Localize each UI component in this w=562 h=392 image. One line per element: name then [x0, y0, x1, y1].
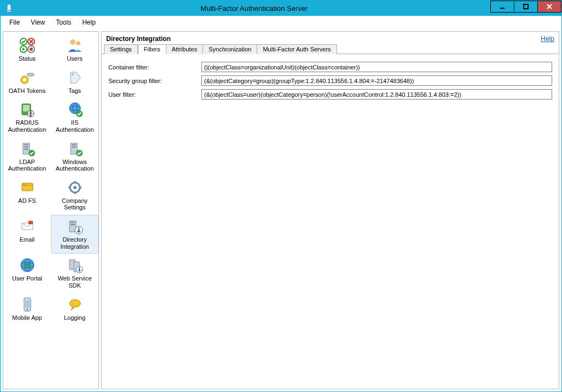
- sidebar-item-mobile-app[interactable]: Mobile App: [3, 293, 51, 325]
- tab-settings[interactable]: Settings: [104, 44, 138, 54]
- svg-point-22: [72, 73, 73, 75]
- status-icon: [19, 37, 36, 54]
- svg-point-48: [73, 186, 77, 189]
- svg-point-17: [70, 39, 76, 45]
- sidebar-item-user-portal[interactable]: User Portal: [3, 254, 51, 292]
- logging-icon: [66, 296, 84, 313]
- svg-point-16: [30, 48, 33, 51]
- help-link[interactable]: Help: [541, 35, 554, 43]
- sidebar-item-windows-auth[interactable]: Windows Authentication: [51, 137, 99, 176]
- main-panel: Directory Integration Help Settings Filt…: [101, 31, 559, 389]
- company-settings-icon: [66, 179, 84, 196]
- sidebar-item-oath-tokens[interactable]: OATH Tokens: [3, 66, 51, 98]
- tabbar: Settings Filters Attributes Synchronizat…: [102, 44, 559, 54]
- client-area: Status Users: [1, 29, 561, 391]
- directory-integration-icon: [66, 218, 84, 235]
- tab-mfa-servers[interactable]: Multi-Factor Auth Servers: [257, 44, 337, 54]
- iis-icon: [66, 101, 84, 118]
- svg-point-20: [23, 78, 26, 81]
- sidebar-item-adfs[interactable]: AD FS: [3, 176, 51, 215]
- sidebar-item-label: Company Settings: [53, 197, 97, 211]
- svg-rect-33: [24, 144, 28, 145]
- svg-rect-65: [25, 300, 30, 308]
- sidebar-item-directory-integration[interactable]: Directory Integration: [51, 215, 99, 254]
- user-filter-row: User filter:: [108, 89, 552, 100]
- adfs-icon: [19, 179, 36, 196]
- svg-rect-53: [71, 224, 75, 225]
- svg-rect-52: [71, 222, 75, 223]
- security-group-filter-label: Security group filter:: [108, 78, 201, 84]
- svg-rect-34: [24, 147, 28, 148]
- svg-rect-35: [24, 149, 28, 150]
- tags-icon: [66, 69, 84, 86]
- sidebar-item-logging[interactable]: Logging: [51, 293, 99, 325]
- sidebar-item-radius[interactable]: RADIUS Authentication: [3, 98, 51, 137]
- svg-rect-4: [524, 4, 528, 9]
- menu-tools[interactable]: Tools: [50, 17, 77, 27]
- menu-file[interactable]: File: [4, 17, 25, 27]
- sidebar-item-label: Directory Integration: [53, 236, 97, 250]
- mobile-app-icon: [19, 296, 36, 313]
- container-filter-input[interactable]: [201, 62, 552, 72]
- maximize-button[interactable]: [514, 1, 538, 13]
- menu-view[interactable]: View: [25, 17, 50, 27]
- container-filter-label: Container filter:: [108, 64, 201, 71]
- svg-point-67: [69, 300, 80, 307]
- titlebar: Multi-Factor Authentication Server: [1, 1, 561, 16]
- sidebar-item-label: Logging: [64, 314, 85, 321]
- sidebar-item-label: Email: [20, 236, 35, 243]
- sidebar-item-tags[interactable]: Tags: [51, 66, 99, 98]
- security-group-filter-input[interactable]: [201, 75, 552, 86]
- svg-rect-24: [23, 105, 30, 112]
- svg-rect-50: [28, 221, 33, 224]
- minimize-button[interactable]: [490, 1, 514, 13]
- svg-rect-38: [72, 144, 76, 145]
- ldap-icon: [19, 140, 36, 157]
- user-portal-icon: [19, 256, 36, 274]
- sidebar-item-users[interactable]: Users: [51, 34, 99, 66]
- menu-help[interactable]: Help: [77, 17, 101, 27]
- tab-filters[interactable]: Filters: [138, 44, 166, 54]
- sidebar-item-label: User Portal: [12, 275, 42, 282]
- tab-synchronization[interactable]: Synchronization: [203, 44, 257, 54]
- sidebar-item-ldap[interactable]: LDAP Authentication: [3, 137, 51, 176]
- sidebar-item-label: RADIUS Authentication: [5, 119, 49, 133]
- main-header: Directory Integration Help: [102, 32, 559, 45]
- sidebar-item-email[interactable]: Email: [3, 215, 51, 254]
- sidebar-item-iis[interactable]: IIS Authentication: [51, 98, 99, 137]
- windows-auth-icon: [66, 140, 84, 157]
- app-window: Multi-Factor Authentication Server File …: [0, 0, 562, 392]
- user-filter-label: User filter:: [108, 91, 201, 98]
- sidebar-item-company-settings[interactable]: Company Settings: [51, 176, 99, 215]
- sidebar-item-label: OATH Tokens: [9, 87, 45, 95]
- sidebar: Status Users: [3, 31, 99, 389]
- close-button[interactable]: [537, 1, 561, 13]
- svg-rect-39: [72, 147, 76, 148]
- svg-rect-2: [8, 10, 10, 11]
- svg-rect-21: [27, 73, 34, 76]
- sidebar-item-label: Status: [19, 55, 36, 62]
- sidebar-item-label: Web Service SDK: [53, 275, 97, 289]
- sidebar-item-web-service-sdk[interactable]: Web Service SDK: [51, 254, 99, 292]
- sidebar-item-status[interactable]: Status: [3, 34, 51, 66]
- svg-point-42: [24, 184, 25, 185]
- window-title: Multi-Factor Authentication Server: [18, 4, 490, 13]
- menubar: File View Tools Help: [1, 16, 561, 29]
- window-controls: [490, 1, 561, 16]
- email-icon: [19, 218, 36, 235]
- svg-point-59: [25, 263, 30, 267]
- sidebar-item-label: AD FS: [18, 197, 36, 204]
- sidebar-item-label: Mobile App: [12, 314, 42, 321]
- users-icon: [66, 37, 84, 54]
- tab-content-filters: Container filter: Security group filter:…: [102, 54, 559, 389]
- sidebar-item-label: Tags: [68, 87, 81, 95]
- svg-rect-41: [22, 183, 33, 191]
- app-icon: [4, 3, 15, 14]
- sidebar-item-label: Users: [67, 55, 83, 62]
- svg-point-66: [26, 308, 28, 310]
- security-group-filter-row: Security group filter:: [108, 75, 552, 86]
- page-title: Directory Integration: [106, 35, 171, 43]
- web-service-sdk-icon: [66, 256, 84, 274]
- tab-attributes[interactable]: Attributes: [166, 44, 203, 54]
- user-filter-input[interactable]: [201, 89, 552, 100]
